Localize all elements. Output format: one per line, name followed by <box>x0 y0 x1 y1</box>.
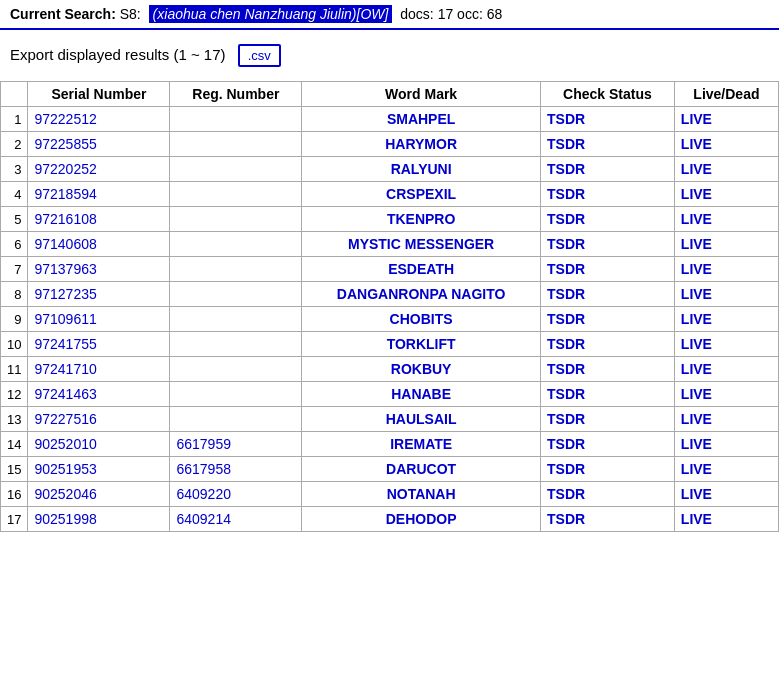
word-mark: DANGANRONPA NAGITO <box>302 282 541 307</box>
check-status[interactable]: TSDR <box>541 232 675 257</box>
check-status[interactable]: TSDR <box>541 382 675 407</box>
table-row: 1397227516HAULSAILTSDRLIVE <box>1 407 779 432</box>
check-status[interactable]: TSDR <box>541 307 675 332</box>
col-reg: Reg. Number <box>170 82 302 107</box>
row-num: 2 <box>1 132 28 157</box>
serial-number[interactable]: 97109611 <box>28 307 170 332</box>
check-status[interactable]: TSDR <box>541 157 675 182</box>
reg-number[interactable]: 6617958 <box>170 457 302 482</box>
serial-number[interactable]: 97222512 <box>28 107 170 132</box>
reg-number <box>170 207 302 232</box>
row-num: 15 <box>1 457 28 482</box>
reg-number[interactable]: 6409220 <box>170 482 302 507</box>
s8-label: S8: <box>120 6 141 22</box>
reg-number <box>170 307 302 332</box>
word-mark: HAULSAIL <box>302 407 541 432</box>
serial-number[interactable]: 97227516 <box>28 407 170 432</box>
live-dead-status: LIVE <box>674 232 778 257</box>
csv-button[interactable]: .csv <box>238 44 281 67</box>
word-mark: DARUCOT <box>302 457 541 482</box>
table-row: 16902520466409220NOTANAHTSDRLIVE <box>1 482 779 507</box>
row-num: 6 <box>1 232 28 257</box>
table-row: 597216108TKENPROTSDRLIVE <box>1 207 779 232</box>
row-num: 9 <box>1 307 28 332</box>
reg-number <box>170 182 302 207</box>
row-num: 13 <box>1 407 28 432</box>
word-mark: HANABE <box>302 382 541 407</box>
col-checkstatus: Check Status <box>541 82 675 107</box>
word-mark: SMAHPEL <box>302 107 541 132</box>
live-dead-status: LIVE <box>674 257 778 282</box>
serial-number[interactable]: 97220252 <box>28 157 170 182</box>
live-dead-status: LIVE <box>674 332 778 357</box>
serial-number[interactable]: 97216108 <box>28 207 170 232</box>
live-dead-status: LIVE <box>674 207 778 232</box>
word-mark: NOTANAH <box>302 482 541 507</box>
col-serial: Serial Number <box>28 82 170 107</box>
word-mark: IREMATE <box>302 432 541 457</box>
serial-number[interactable]: 97241710 <box>28 357 170 382</box>
top-bar: Current Search: S8: (xiaohua chen Nanzhu… <box>0 0 779 30</box>
table-row: 14902520106617959IREMATETSDRLIVE <box>1 432 779 457</box>
reg-number <box>170 257 302 282</box>
live-dead-status: LIVE <box>674 132 778 157</box>
serial-number[interactable]: 97218594 <box>28 182 170 207</box>
check-status[interactable]: TSDR <box>541 207 675 232</box>
check-status[interactable]: TSDR <box>541 507 675 532</box>
check-status[interactable]: TSDR <box>541 257 675 282</box>
serial-number[interactable]: 97241755 <box>28 332 170 357</box>
check-status[interactable]: TSDR <box>541 282 675 307</box>
row-num: 17 <box>1 507 28 532</box>
live-dead-status: LIVE <box>674 432 778 457</box>
live-dead-status: LIVE <box>674 107 778 132</box>
table-row: 1297241463HANABETSDRLIVE <box>1 382 779 407</box>
col-livedead: Live/Dead <box>674 82 778 107</box>
reg-number <box>170 232 302 257</box>
reg-number[interactable]: 6409214 <box>170 507 302 532</box>
reg-number <box>170 357 302 382</box>
check-status[interactable]: TSDR <box>541 407 675 432</box>
serial-number[interactable]: 97137963 <box>28 257 170 282</box>
check-status[interactable]: TSDR <box>541 182 675 207</box>
check-status[interactable]: TSDR <box>541 432 675 457</box>
serial-number[interactable]: 90252046 <box>28 482 170 507</box>
row-num: 11 <box>1 357 28 382</box>
word-mark: TORKLIFT <box>302 332 541 357</box>
row-num: 16 <box>1 482 28 507</box>
serial-number[interactable]: 90251953 <box>28 457 170 482</box>
table-row: 697140608MYSTIC MESSENGERTSDRLIVE <box>1 232 779 257</box>
live-dead-status: LIVE <box>674 382 778 407</box>
serial-number[interactable]: 97225855 <box>28 132 170 157</box>
check-status[interactable]: TSDR <box>541 482 675 507</box>
docs-info: docs: 17 occ: 68 <box>400 6 502 22</box>
reg-number <box>170 157 302 182</box>
word-mark: CHOBITS <box>302 307 541 332</box>
serial-number[interactable]: 97241463 <box>28 382 170 407</box>
live-dead-status: LIVE <box>674 407 778 432</box>
col-wordmark: Word Mark <box>302 82 541 107</box>
row-num: 4 <box>1 182 28 207</box>
table-row: 897127235DANGANRONPA NAGITOTSDRLIVE <box>1 282 779 307</box>
serial-number[interactable]: 97127235 <box>28 282 170 307</box>
reg-number <box>170 407 302 432</box>
check-status[interactable]: TSDR <box>541 132 675 157</box>
table-row: 1097241755TORKLIFTTSDRLIVE <box>1 332 779 357</box>
table-row: 297225855HARYMORTSDRLIVE <box>1 132 779 157</box>
check-status[interactable]: TSDR <box>541 107 675 132</box>
row-num: 1 <box>1 107 28 132</box>
live-dead-status: LIVE <box>674 182 778 207</box>
check-status[interactable]: TSDR <box>541 332 675 357</box>
check-status[interactable]: TSDR <box>541 357 675 382</box>
live-dead-status: LIVE <box>674 457 778 482</box>
live-dead-status: LIVE <box>674 482 778 507</box>
word-mark: TKENPRO <box>302 207 541 232</box>
row-num: 8 <box>1 282 28 307</box>
live-dead-status: LIVE <box>674 282 778 307</box>
serial-number[interactable]: 90252010 <box>28 432 170 457</box>
reg-number[interactable]: 6617959 <box>170 432 302 457</box>
serial-number[interactable]: 97140608 <box>28 232 170 257</box>
serial-number[interactable]: 90251998 <box>28 507 170 532</box>
reg-number <box>170 132 302 157</box>
check-status[interactable]: TSDR <box>541 457 675 482</box>
reg-number <box>170 282 302 307</box>
